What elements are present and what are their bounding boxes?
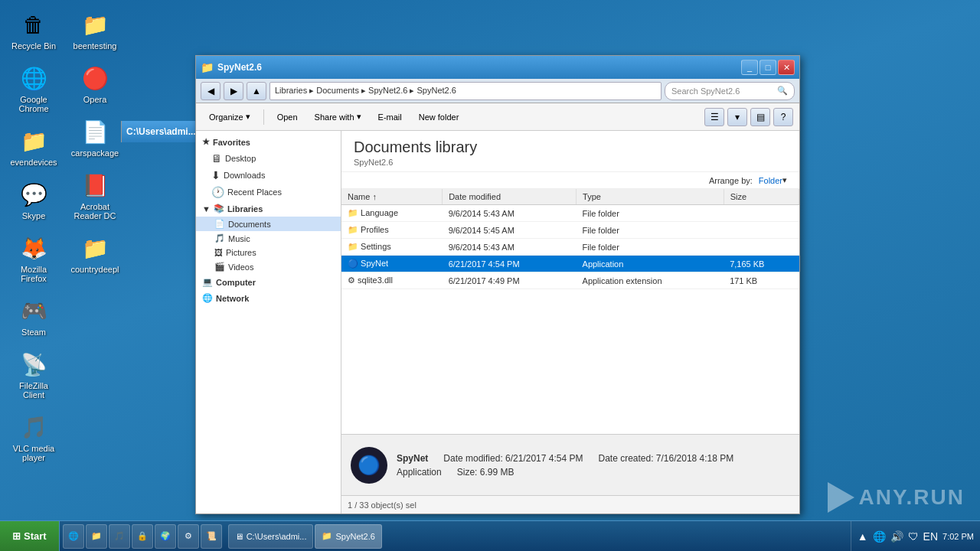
opera-icon: 🔴: [80, 63, 110, 93]
taskbar-cmd-item[interactable]: 🖥 C:\Users\admi...: [228, 524, 314, 549]
nav-recent-places[interactable]: 🕐 Recent Places: [196, 184, 341, 201]
organize-button[interactable]: Organize ▾: [202, 106, 257, 128]
file-size-cell: [724, 239, 799, 256]
status-info: SpyNet Date modified: 6/21/2017 4:54 PM …: [397, 453, 790, 478]
desktop-icon-opera[interactable]: 🔴 Opera: [67, 60, 122, 107]
acrobat-label: Acrobat Reader DC: [70, 202, 119, 220]
desktop-icon-firefox[interactable]: 🦊 Mozilla Firefox: [6, 230, 61, 286]
desktop-icon-recycle-bin[interactable]: 🗑 Recycle Bin: [6, 6, 61, 54]
minimize-button[interactable]: _: [741, 60, 758, 75]
desktop-icon-filezilla[interactable]: 📡 FileZilla Client: [6, 346, 61, 403]
tray-time[interactable]: 7:02 PM: [942, 532, 974, 541]
restore-button[interactable]: □: [760, 60, 776, 75]
desktop-icon-steam[interactable]: 🎮 Steam: [6, 292, 61, 340]
table-row[interactable]: 📁 Settings 9/6/2014 5:43 AM File folder: [341, 239, 799, 256]
open-button[interactable]: Open: [270, 106, 305, 128]
file-icon: 🔵: [348, 259, 358, 268]
taskbar-sysinternals-icon[interactable]: ⚙: [178, 524, 199, 549]
desktop-icon-skype[interactable]: 💬 Skype: [6, 176, 61, 223]
steam-label: Steam: [21, 328, 46, 337]
desktop-icon-carspackage[interactable]: 📄 carspackage: [67, 113, 122, 161]
taskbar-novell-icon[interactable]: 🔒: [132, 524, 153, 549]
libraries-header[interactable]: ▼ 📚 Libraries: [196, 201, 341, 217]
libraries-expand-icon: ▼: [202, 204, 211, 214]
tray-network-icon[interactable]: 🌐: [873, 530, 886, 543]
cmd-title: C:\Users\admi...: [126, 126, 196, 137]
share-with-button[interactable]: Share with ▾: [308, 106, 368, 128]
arrange-dropdown-icon[interactable]: ▾: [782, 175, 787, 185]
videos-nav-icon: 🎬: [214, 262, 225, 272]
desktop-icon-vlc[interactable]: 🎵 VLC media player: [6, 409, 61, 465]
tray-language-icon[interactable]: EN: [923, 530, 938, 543]
taskbar-vbs-icon[interactable]: 📜: [201, 524, 222, 549]
col-size[interactable]: Size: [724, 189, 799, 205]
back-button[interactable]: ◀: [201, 82, 220, 100]
network-icon: 🌐: [202, 293, 213, 303]
up-button[interactable]: ▲: [247, 82, 266, 100]
col-date-modified[interactable]: Date modified: [443, 189, 577, 205]
vlc-label: VLC media player: [9, 444, 58, 462]
taskbar-wmp-icon[interactable]: 🎵: [109, 524, 130, 549]
watermark-text: ANY.RUN: [859, 485, 965, 510]
table-row[interactable]: 📁 Profiles 9/6/2014 5:45 AM File folder: [341, 222, 799, 239]
music-nav-icon: 🎵: [214, 233, 225, 243]
taskbar-explorer-folder-icon: 📁: [322, 531, 332, 541]
library-header: Documents library SpyNet2.6: [341, 131, 799, 172]
forward-button[interactable]: ▶: [224, 82, 243, 100]
computer-header[interactable]: 💻 Computer: [196, 274, 341, 290]
table-row[interactable]: 🔵 SpyNet 6/21/2017 4:54 PM Application 7…: [341, 256, 799, 272]
firefox-icon: 🦊: [18, 233, 49, 263]
close-button[interactable]: ✕: [778, 60, 795, 75]
preview-pane-button[interactable]: ▤: [750, 108, 770, 126]
favorites-header[interactable]: ★ Favorites: [196, 134, 341, 150]
tray-speaker-icon[interactable]: 🔊: [890, 530, 903, 543]
email-button[interactable]: E-mail: [371, 106, 409, 128]
desktop-icon-acrobat[interactable]: 📕 Acrobat Reader DC: [67, 167, 122, 223]
desktop-icon-countrydeepl[interactable]: 📁 countrydeepl: [67, 230, 122, 277]
nav-desktop[interactable]: 🖥 Desktop: [196, 150, 341, 167]
file-table: Name ↑ Date modified Type Size: [341, 189, 799, 434]
documents-nav-icon: 📄: [214, 219, 225, 229]
nav-videos[interactable]: 🎬 Videos: [196, 259, 341, 274]
file-date-cell: 9/6/2014 5:45 AM: [443, 222, 577, 239]
tray-show-hidden-icon[interactable]: ▲: [858, 530, 868, 543]
file-date-cell: 6/21/2017 4:49 PM: [443, 272, 577, 289]
taskbar-ie-icon[interactable]: 🌐: [63, 524, 84, 549]
col-type[interactable]: Type: [577, 189, 724, 205]
desktop-icon-beentesting[interactable]: 📁 beentesting: [67, 6, 122, 54]
new-folder-button[interactable]: New folder: [412, 106, 466, 128]
taskbar-explorer-icon[interactable]: 📁: [86, 524, 107, 549]
status-type-row: Application Size: 6.99 MB: [397, 467, 790, 478]
taskbar-chrome-taskbar-icon[interactable]: 🌍: [155, 524, 176, 549]
toolbar-separator-1: [263, 109, 264, 125]
nav-music[interactable]: 🎵 Music: [196, 231, 341, 246]
view-dropdown-button[interactable]: ▾: [727, 108, 747, 126]
taskbar-explorer-label: SpyNet2.6: [335, 532, 374, 541]
anyrun-watermark: ANY.RUN: [828, 482, 965, 513]
recycle-bin-icon: 🗑: [18, 9, 49, 40]
arrange-value[interactable]: Folder: [759, 176, 782, 185]
taskbar-explorer-item[interactable]: 📁 SpyNet2.6: [315, 524, 381, 549]
file-icon: 📁: [348, 225, 358, 234]
col-name[interactable]: Name ↑: [341, 189, 443, 205]
status-filename: SpyNet: [397, 453, 428, 464]
desktop-icon-chrome[interactable]: 🌐 Google Chrome: [6, 60, 61, 116]
taskbar-cmd-icon: 🖥: [235, 532, 243, 541]
desktop-icon-evendevices[interactable]: 📁 evendevices: [6, 122, 61, 170]
nav-documents[interactable]: 📄 Documents: [196, 217, 341, 231]
view-list-button[interactable]: ☰: [704, 108, 724, 126]
start-button[interactable]: ⊞ Start: [0, 521, 60, 552]
address-bar[interactable]: Libraries ▸ Documents ▸ SpyNet2.6 ▸ SpyN…: [270, 82, 662, 100]
file-date-cell: 6/21/2017 4:54 PM: [443, 256, 577, 272]
file-name-cell: ⚙ sqlite3.dll: [341, 272, 443, 289]
table-row[interactable]: 📁 Language 9/6/2014 5:43 AM File folder: [341, 205, 799, 222]
nav-pictures[interactable]: 🖼 Pictures: [196, 246, 341, 259]
search-bar[interactable]: Search SpyNet2.6 🔍: [665, 82, 795, 100]
help-button[interactable]: ?: [773, 108, 793, 126]
table-row[interactable]: ⚙ sqlite3.dll 6/21/2017 4:49 PM Applicat…: [341, 272, 799, 289]
beentesting-label: beentesting: [74, 41, 117, 51]
network-header[interactable]: 🌐 Network: [196, 290, 341, 306]
tray-antivirus-icon[interactable]: 🛡: [908, 530, 919, 543]
nav-downloads[interactable]: ⬇ Downloads: [196, 167, 341, 184]
countrydeepl-label: countrydeepl: [71, 265, 119, 274]
